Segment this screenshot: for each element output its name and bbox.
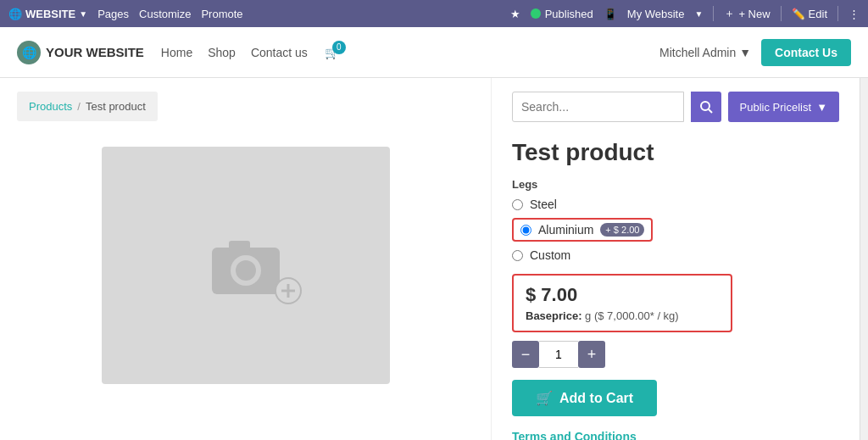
site-logo[interactable]: 🌐 YOUR WEBSITE: [17, 41, 144, 64]
svg-point-2: [236, 260, 256, 281]
pages-link[interactable]: Pages: [97, 8, 129, 20]
option-aluminium-radio[interactable]: [520, 225, 531, 236]
qty-increase-button[interactable]: +: [578, 341, 605, 368]
pricelist-label: Public Pricelist: [740, 101, 812, 114]
plus-icon: ＋: [724, 6, 735, 21]
plus-overlay-icon: [275, 277, 302, 304]
terms-title: Terms and Conditions: [512, 430, 839, 440]
my-website-dropdown: ▼: [694, 9, 703, 19]
search-input[interactable]: [512, 92, 684, 122]
svg-rect-3: [229, 241, 250, 251]
logo-icon: 🌐: [17, 41, 41, 64]
published-badge[interactable]: Published: [531, 8, 593, 20]
qty-input[interactable]: [539, 341, 578, 368]
divider2: [781, 6, 782, 21]
edit-label: Edit: [809, 8, 827, 20]
product-image-placeholder[interactable]: [102, 147, 390, 384]
svg-line-8: [709, 109, 712, 113]
option-steel-radio[interactable]: [512, 199, 523, 210]
website-nav: 🌐 YOUR WEBSITE Home Shop Contact us 🛒 0 …: [0, 27, 868, 78]
svg-point-7: [701, 102, 709, 110]
new-button[interactable]: ＋ + New: [724, 6, 770, 21]
my-website-link[interactable]: My Website: [627, 8, 685, 20]
aluminium-price-badge: + $ 2.00: [600, 223, 644, 237]
customize-link[interactable]: Customize: [139, 8, 191, 20]
divider3: [837, 6, 838, 21]
search-row: Public Pricelist ▼: [512, 92, 839, 122]
search-button[interactable]: [691, 92, 721, 122]
breadcrumb-current: Test product: [86, 100, 146, 113]
baseprice-label: Baseprice:: [526, 309, 581, 322]
terms-section: Terms and Conditions 30-day money-back g…: [512, 430, 839, 440]
option-steel-label: Steel: [530, 198, 557, 211]
pencil-icon: ✏️: [792, 8, 805, 20]
admin-user-label: Mitchell Admin: [659, 46, 736, 59]
left-panel: Products / Test product: [0, 78, 492, 440]
product-title: Test product: [512, 139, 839, 166]
website-icon: 🌐: [8, 8, 22, 20]
main-content: Products / Test product: [0, 78, 868, 440]
contact-us-link[interactable]: Contact us: [251, 46, 308, 59]
add-to-cart-label: Add to Cart: [559, 391, 633, 406]
pricelist-dropdown-arrow: ▼: [816, 101, 827, 114]
logo-text: YOUR WEBSITE: [46, 45, 144, 59]
price-base: Baseprice: g ($ 7,000.00* / kg): [526, 309, 719, 322]
published-label: Published: [545, 8, 593, 20]
breadcrumb-separator: /: [77, 100, 81, 113]
new-label: + New: [738, 8, 770, 20]
website-dropdown-arrow: ▼: [79, 9, 87, 19]
option-custom[interactable]: Custom: [512, 248, 839, 262]
admin-dropdown-arrow: ▼: [739, 46, 751, 59]
edit-button[interactable]: ✏️ Edit: [792, 8, 827, 20]
breadcrumb: Products / Test product: [17, 92, 158, 121]
home-link[interactable]: Home: [161, 46, 192, 59]
published-dot: [531, 8, 541, 19]
more-icon[interactable]: ⋮: [849, 8, 860, 20]
cart-icon-btn: 🛒: [536, 390, 553, 406]
quantity-row: − +: [512, 341, 839, 368]
scrollbar[interactable]: [860, 78, 868, 440]
option-aluminium-selected[interactable]: Aluminium + $ 2.00: [512, 218, 653, 242]
option-custom-radio[interactable]: [512, 250, 523, 261]
shop-link[interactable]: Shop: [208, 46, 236, 59]
cart-badge: 0: [332, 41, 346, 54]
right-panel: Public Pricelist ▼ Test product Legs Ste…: [492, 78, 860, 440]
divider: [713, 6, 714, 21]
search-icon: [699, 100, 713, 114]
breadcrumb-products-link[interactable]: Products: [29, 100, 72, 113]
qty-decrease-button[interactable]: −: [512, 341, 539, 368]
star-icon: ★: [510, 8, 520, 20]
pricelist-button[interactable]: Public Pricelist ▼: [728, 92, 839, 122]
attribute-label: Legs: [512, 178, 839, 191]
admin-user-menu[interactable]: Mitchell Admin ▼: [659, 46, 751, 59]
promote-link[interactable]: Promote: [201, 8, 242, 20]
website-label-text: WEBSITE: [25, 8, 75, 20]
option-steel[interactable]: Steel: [512, 198, 839, 211]
baseprice-value: g ($ 7,000.00* / kg): [585, 309, 679, 322]
cart-icon[interactable]: 🛒 0: [325, 46, 339, 59]
mobile-icon[interactable]: 📱: [604, 8, 617, 20]
option-custom-label: Custom: [530, 248, 570, 262]
contact-us-button[interactable]: Contact Us: [761, 39, 851, 66]
add-to-cart-button[interactable]: 🛒 Add to Cart: [512, 380, 657, 416]
admin-bar: 🌐 WEBSITE ▼ Pages Customize Promote ★ Pu…: [0, 0, 868, 27]
option-aluminium-label: Aluminium: [538, 223, 593, 237]
price-box: $ 7.00 Baseprice: g ($ 7,000.00* / kg): [512, 274, 732, 332]
price-main: $ 7.00: [526, 284, 719, 306]
website-menu[interactable]: 🌐 WEBSITE ▼: [8, 8, 87, 20]
main-nav: Home Shop Contact us: [161, 46, 308, 59]
